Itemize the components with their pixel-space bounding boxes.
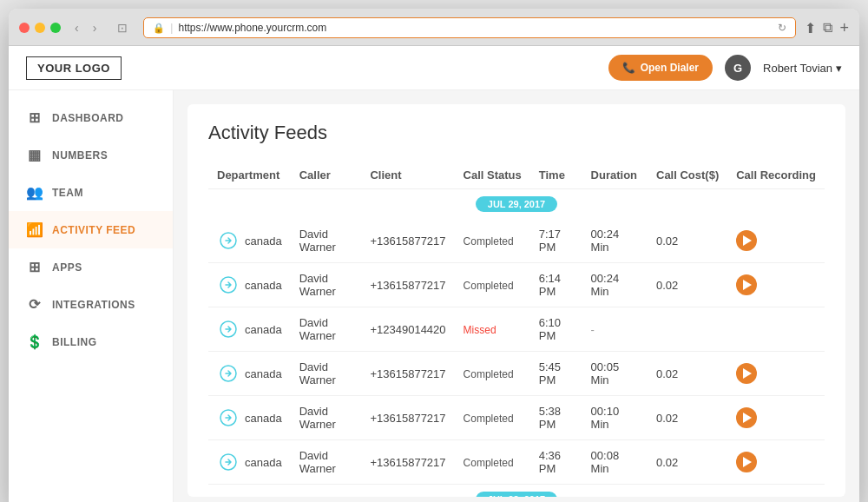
- col-call-status: Call Status: [455, 162, 530, 189]
- department-cell: canada: [208, 352, 291, 396]
- sidebar-item-team[interactable]: 👥 TEAM: [9, 174, 173, 211]
- duration-cell: 00:05 Min: [582, 352, 648, 396]
- minimize-dot[interactable]: [35, 23, 45, 33]
- play-button[interactable]: [736, 274, 757, 295]
- status-cell: Completed: [455, 352, 530, 396]
- call-type-icon: [217, 229, 240, 252]
- date-badge: JUL 29, 2017: [476, 196, 557, 212]
- sidebar-item-billing[interactable]: 💲 BILLING: [9, 323, 173, 360]
- time-cell: 6:10 PM: [530, 307, 582, 352]
- date-badge: JUL 28, 2017: [476, 492, 557, 497]
- department-cell: canada: [208, 219, 291, 263]
- window-controls: [19, 23, 61, 33]
- open-dialer-button[interactable]: 📞 Open Dialer: [608, 55, 713, 81]
- client-cell: +12349014420: [361, 307, 454, 352]
- sidebar-label-activity-feed: ACTIVITY FEED: [52, 224, 135, 236]
- duration-cell: 00:08 Min: [582, 440, 648, 485]
- col-department: Department: [208, 162, 291, 189]
- caller-cell: David Warner: [291, 396, 362, 440]
- call-type-icon: [217, 406, 240, 429]
- caller-cell: David Warner: [291, 219, 362, 263]
- content-area: Activity Feeds Department Caller Client …: [187, 104, 845, 497]
- url-text: https://www.phone.yourcrm.com: [178, 22, 773, 34]
- status-cell: Completed: [455, 396, 530, 440]
- table-row: canada David Warner +13615877217 Complet…: [208, 352, 825, 396]
- department-cell: canada: [208, 263, 291, 307]
- caller-cell: David Warner: [291, 307, 362, 352]
- recording-cell: [727, 396, 825, 440]
- sidebar: ⊞ DASHBOARD ▦ NUMBERS 👥 TEAM 📶 ACTIVITY …: [9, 90, 174, 502]
- user-name-button[interactable]: Robert Tovian ▾: [763, 62, 842, 75]
- client-cell: +13615877217: [361, 396, 454, 440]
- refresh-button[interactable]: ↻: [778, 22, 786, 34]
- table-row: canada David Warner +13615877217 Complet…: [208, 440, 825, 485]
- cost-cell: 0.02: [648, 396, 727, 440]
- play-button[interactable]: [736, 363, 757, 384]
- sidebar-item-activity-feed[interactable]: 📶 ACTIVITY FEED: [9, 211, 173, 248]
- cost-cell: [648, 307, 727, 352]
- browser-titlebar: ‹ › ⊡ 🔒 | https://www.phone.yourcrm.com …: [9, 9, 859, 46]
- time-cell: 6:14 PM: [530, 263, 582, 307]
- play-button[interactable]: [736, 452, 757, 472]
- phone-icon: 📞: [622, 62, 635, 74]
- activity-table: Department Caller Client Call Status Tim…: [208, 162, 825, 497]
- status-cell: Missed: [455, 307, 530, 352]
- client-cell: +13615877217: [361, 352, 454, 396]
- department-cell: canada: [208, 307, 291, 352]
- activity-feed-icon: 📶: [26, 221, 43, 238]
- department-cell: canada: [208, 440, 291, 485]
- sidebar-item-dashboard[interactable]: ⊞ DASHBOARD: [9, 99, 173, 136]
- separator: |: [170, 22, 173, 34]
- tab-view-button[interactable]: ⊡: [110, 19, 135, 36]
- client-cell: +13615877217: [361, 440, 454, 485]
- date-separator: JUL 28, 2017: [208, 485, 825, 498]
- new-tab-button[interactable]: +: [839, 19, 849, 37]
- app-body: ⊞ DASHBOARD ▦ NUMBERS 👥 TEAM 📶 ACTIVITY …: [9, 90, 859, 502]
- col-time: Time: [530, 162, 582, 189]
- sidebar-item-numbers[interactable]: ▦ NUMBERS: [9, 136, 173, 174]
- close-dot[interactable]: [19, 23, 30, 33]
- duration-cell: 00:10 Min: [582, 396, 648, 440]
- browser-actions: ⬆ ⧉ +: [805, 19, 849, 37]
- open-dialer-label: Open Dialer: [641, 62, 699, 74]
- duration-cell: 00:24 Min: [582, 263, 648, 307]
- client-cell: +13615877217: [361, 263, 454, 307]
- table-row: canada David Warner +13615877217 Complet…: [208, 396, 825, 440]
- address-bar[interactable]: 🔒 | https://www.phone.yourcrm.com ↻: [143, 17, 796, 38]
- col-call-cost: Call Cost($): [648, 162, 727, 189]
- play-button[interactable]: [736, 407, 757, 428]
- billing-icon: 💲: [26, 334, 43, 350]
- table-row: canada David Warner +13615877217 Complet…: [208, 263, 825, 307]
- forward-button[interactable]: ›: [88, 19, 102, 36]
- app-header: YOUR LOGO 📞 Open Dialer G Robert Tovian …: [9, 46, 859, 90]
- col-client: Client: [361, 162, 454, 189]
- caller-cell: David Warner: [291, 263, 362, 307]
- call-type-icon: [217, 274, 240, 296]
- col-caller: Caller: [291, 162, 362, 189]
- duplicate-button[interactable]: ⧉: [823, 20, 832, 36]
- apps-icon: ⊞: [26, 259, 43, 275]
- header-right: 📞 Open Dialer G Robert Tovian ▾: [608, 55, 842, 81]
- page-title: Activity Feeds: [208, 122, 825, 144]
- time-cell: 5:38 PM: [530, 396, 582, 440]
- duration-cell: 00:24 Min: [582, 219, 648, 263]
- col-call-recording: Call Recording: [727, 162, 825, 189]
- recording-cell: [727, 219, 825, 263]
- team-icon: 👥: [26, 184, 43, 201]
- sidebar-item-integrations[interactable]: ⟳ INTEGRATIONS: [9, 286, 173, 323]
- back-button[interactable]: ‹: [69, 19, 84, 36]
- col-duration: Duration: [582, 162, 648, 189]
- sidebar-label-dashboard: DASHBOARD: [52, 112, 124, 124]
- recording-cell: [727, 307, 825, 352]
- recording-cell: [727, 352, 825, 396]
- status-cell: Completed: [455, 263, 530, 307]
- sidebar-label-numbers: NUMBERS: [52, 149, 108, 162]
- time-cell: 5:45 PM: [530, 352, 582, 396]
- share-button[interactable]: ⬆: [805, 20, 816, 36]
- sidebar-label-apps: APPS: [52, 261, 82, 274]
- table-row: canada David Warner +13615877217 Complet…: [208, 219, 825, 263]
- sidebar-item-apps[interactable]: ⊞ APPS: [9, 248, 173, 286]
- recording-cell: [727, 263, 825, 307]
- maximize-dot[interactable]: [50, 23, 61, 33]
- play-button[interactable]: [736, 230, 757, 251]
